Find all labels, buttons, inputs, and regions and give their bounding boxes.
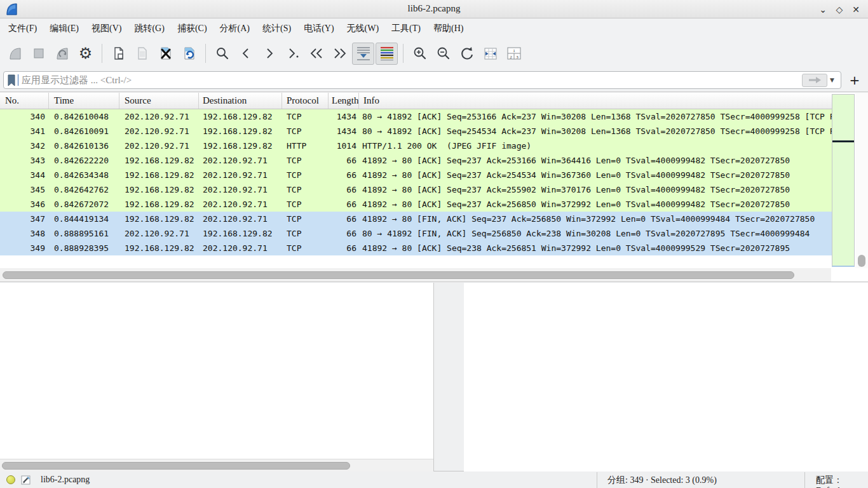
packet-row[interactable]: 346 0.842672072 192.168.129.82 202.120.9… [0,197,832,212]
menu-item-1[interactable]: 编辑(E) [43,19,85,38]
cell-length: 1434 [329,124,359,139]
display-filter-input[interactable]: 应用显示过滤器 ... <Ctrl-/> ▼ [3,71,841,89]
zoom-reset-button[interactable] [456,43,478,65]
colorize-packets-button[interactable] [376,43,398,65]
apply-filter-button[interactable] [802,74,827,87]
add-filter-button[interactable]: + [846,72,863,88]
packet-row[interactable]: 343 0.842622220 192.168.129.82 202.120.9… [0,153,832,168]
cell-source: 192.168.129.82 [119,153,199,168]
packet-row[interactable]: 348 0.888895161 202.120.92.71 192.168.12… [0,226,832,241]
packet-row[interactable]: 341 0.842610091 202.120.92.71 192.168.12… [0,124,832,139]
cell-info: 41892 → 80 [ACK] Seq=237 Ack=254534 Win=… [359,168,832,182]
cell-source: 202.120.92.71 [119,226,199,241]
cell-no: 343 [0,153,49,168]
packet-row[interactable]: 347 0.844419134 192.168.129.82 202.120.9… [0,212,832,226]
packet-list-horizontal-scrollbar[interactable] [0,268,868,282]
intelligent-scrollbar-minimap[interactable] [832,94,855,267]
packet-row[interactable]: 349 0.888928395 192.168.129.82 202.120.9… [0,241,832,255]
horizontal-scrollbar-thumb[interactable] [3,271,794,279]
horizontal-scrollbar-track[interactable] [0,268,831,281]
status-divider [597,472,597,488]
resize-columns-button[interactable] [479,43,501,65]
filter-dropdown-caret[interactable]: ▼ [830,77,834,83]
capture-comment-icon[interactable] [21,475,32,485]
cell-protocol: TCP [282,153,329,168]
find-packet-button[interactable] [211,43,233,65]
menu-item-7[interactable]: 电话(Y) [297,19,340,38]
cell-length: 66 [329,168,359,182]
go-back-button[interactable] [234,43,257,65]
column-header-source[interactable]: Source [119,93,199,109]
menu-item-8[interactable]: 无线(W) [341,19,386,38]
zoom-out-icon [436,46,451,61]
save-file-icon [135,46,150,61]
stop-capture-button[interactable] [27,43,50,65]
toolbar-separator [205,44,206,63]
cell-info: 41892 → 80 [ACK] Seq=238 Ack=256851 Win=… [359,241,832,255]
column-header-no[interactable]: No. [0,93,49,109]
title-bar: lib6-2.pcapng ⌄ ◇ ✕ [0,0,868,18]
go-to-packet-button[interactable] [281,43,304,65]
status-profile[interactable]: 配置：Default [816,475,868,488]
menu-item-10[interactable]: 帮助(H) [427,19,470,38]
cell-source: 192.168.129.82 [119,182,199,197]
double-chevron-right-icon [332,46,348,61]
expert-info-icon[interactable] [6,475,15,484]
go-first-button[interactable] [305,43,327,65]
auto-scroll-button[interactable] [352,43,374,65]
bookmark-icon[interactable] [7,74,16,86]
menu-item-3[interactable]: 跳转(G) [128,19,170,38]
cell-time: 0.888895161 [49,226,119,241]
save-file-button[interactable] [131,43,153,65]
packet-row[interactable]: 340 0.842610048 202.120.92.71 192.168.12… [0,109,832,124]
go-forward-button[interactable] [258,43,280,65]
menu-item-6[interactable]: 统计(S) [256,19,297,38]
filter-bar: 应用显示过滤器 ... <Ctrl-/> ▼ + [0,69,868,92]
layout-button[interactable]: 1 2 3 [503,43,525,65]
toolbar-separator [102,44,102,63]
cell-protocol: TCP [282,168,329,182]
vertical-scrollbar-thumb[interactable] [858,255,865,267]
close-file-button[interactable] [154,43,177,65]
details-scrollbar-thumb[interactable] [2,462,350,470]
capture-options-button[interactable]: ⚙ [74,43,97,65]
cell-info: 41892 → 80 [FIN, ACK] Seq=237 Ack=256850… [359,212,832,226]
menu-item-2[interactable]: 视图(V) [85,19,128,38]
cell-protocol: TCP [282,241,329,255]
cell-info: 41892 → 80 [ACK] Seq=237 Ack=255902 Win=… [359,182,832,197]
cell-length: 66 [329,226,359,241]
column-header-time[interactable]: Time [49,93,119,109]
column-header-destination[interactable]: Destination [199,93,282,109]
details-horizontal-scrollbar[interactable] [0,459,433,471]
wireshark-window: lib6-2.pcapng ⌄ ◇ ✕ 文件(F)编辑(E)视图(V)跳转(G)… [0,0,868,488]
packet-row[interactable]: 342 0.842610136 202.120.92.71 192.168.12… [0,139,832,153]
close-button[interactable]: ✕ [848,4,864,15]
menu-item-9[interactable]: 工具(T) [385,19,427,38]
column-header-protocol[interactable]: Protocol [282,93,329,109]
minimize-button[interactable]: ⌄ [815,4,831,15]
cell-info: 41892 → 80 [ACK] Seq=237 Ack=256850 Win=… [359,197,832,212]
main-toolbar: ⚙ [0,38,868,69]
cell-destination: 202.120.92.71 [199,182,282,197]
packet-row[interactable]: 345 0.842642762 192.168.129.82 202.120.9… [0,182,832,197]
zoom-out-button[interactable] [432,43,454,65]
start-capture-button[interactable] [4,43,26,65]
restart-capture-button[interactable] [51,43,73,65]
go-last-button[interactable] [329,43,351,65]
menu-item-4[interactable]: 捕获(C) [171,19,214,38]
menu-item-5[interactable]: 分析(A) [214,19,256,38]
maximize-button[interactable]: ◇ [831,4,848,15]
packet-list-vertical-scrollbar[interactable] [855,93,868,268]
reload-file-button[interactable] [178,43,200,65]
packet-bytes-pane [464,283,868,471]
open-file-button[interactable] [107,43,130,65]
column-header-length[interactable]: Length [329,93,359,109]
zoom-in-button[interactable] [409,43,431,65]
packet-details-pane [0,283,434,471]
menu-item-0[interactable]: 文件(F) [2,19,43,38]
packet-row[interactable]: 344 0.842634348 192.168.129.82 202.120.9… [0,168,832,182]
lower-panes [0,283,868,471]
cell-protocol: TCP [282,109,329,124]
cell-protocol: HTTP [282,139,329,153]
column-header-info[interactable]: Info [359,93,832,109]
